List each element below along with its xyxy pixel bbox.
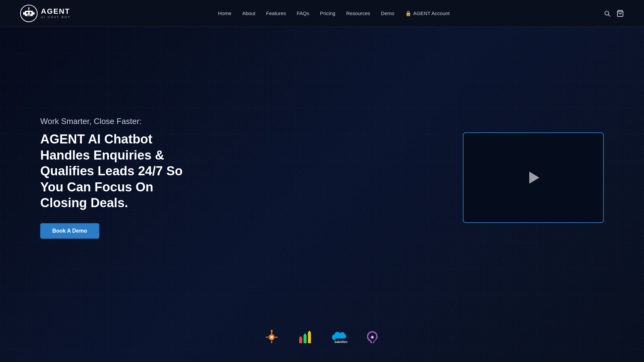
svg-rect-3 xyxy=(26,12,28,14)
svg-rect-17 xyxy=(271,341,272,343)
logo-brand: AGENT xyxy=(41,7,71,15)
svg-rect-8 xyxy=(23,12,25,15)
nav-account-link[interactable]: 🔒 AGENT Account xyxy=(405,10,450,16)
hubspot-icon xyxy=(263,328,280,346)
nav-links: Home About Features FAQs Pricing Resourc… xyxy=(218,10,449,16)
svg-line-11 xyxy=(608,14,610,16)
navbar: AGENT AI CHAT BOT Home About Features FA… xyxy=(0,0,644,27)
svg-marker-25 xyxy=(299,336,302,338)
cart-icon xyxy=(616,10,624,17)
cart-button[interactable] xyxy=(616,10,624,17)
svg-rect-24 xyxy=(308,333,311,343)
nav-item-features[interactable]: Features xyxy=(266,10,286,16)
svg-point-7 xyxy=(28,7,30,9)
nav-item-pricing[interactable]: Pricing xyxy=(320,10,335,16)
nav-item-resources[interactable]: Resources xyxy=(346,10,370,16)
hero-title: AGENT AI Chatbot Handles Enquiries & Qua… xyxy=(40,131,201,211)
svg-rect-5 xyxy=(27,15,31,15)
salesforce-icon: Salesforce xyxy=(330,328,347,346)
svg-rect-22 xyxy=(299,338,302,343)
svg-rect-18 xyxy=(266,337,268,338)
svg-marker-26 xyxy=(304,333,307,335)
hero-section: Work Smarter, Close Faster: AGENT AI Cha… xyxy=(0,0,644,362)
video-preview[interactable] xyxy=(463,132,604,223)
nav-item-home[interactable]: Home xyxy=(218,10,231,16)
search-icon xyxy=(604,10,610,17)
svg-rect-4 xyxy=(30,12,32,14)
hero-left: Work Smarter, Close Faster: AGENT AI Cha… xyxy=(40,117,201,239)
integrations-bar: Salesforce xyxy=(0,322,644,362)
lock-icon: 🔒 xyxy=(405,10,412,16)
nav-utility-icons xyxy=(604,10,624,17)
logo-text: AGENT AI CHAT BOT xyxy=(41,7,71,19)
logo-sub: AI CHAT BOT xyxy=(41,16,71,19)
nav-item-faqs[interactable]: FAQs xyxy=(297,10,310,16)
nav-item-demo[interactable]: Demo xyxy=(381,10,394,16)
svg-point-20 xyxy=(271,330,273,332)
signal-icon xyxy=(364,328,381,346)
logo-link[interactable]: AGENT AI CHAT BOT xyxy=(20,5,71,22)
logo-icon xyxy=(20,5,38,22)
svg-marker-27 xyxy=(308,330,311,333)
svg-point-15 xyxy=(271,336,273,339)
play-icon xyxy=(529,172,539,184)
nav-item-about[interactable]: About xyxy=(242,10,255,16)
hero-content: Work Smarter, Close Faster: AGENT AI Cha… xyxy=(0,27,644,322)
book-demo-button[interactable]: Book A Demo xyxy=(40,223,99,239)
search-button[interactable] xyxy=(604,10,610,17)
analytics-icon xyxy=(297,328,314,346)
svg-rect-23 xyxy=(304,335,307,343)
svg-point-30 xyxy=(372,337,373,338)
svg-text:Salesforce: Salesforce xyxy=(334,340,347,344)
svg-rect-19 xyxy=(275,337,278,338)
svg-rect-9 xyxy=(33,12,35,15)
hero-subtitle: Work Smarter, Close Faster: xyxy=(40,117,201,126)
play-button[interactable] xyxy=(525,169,542,186)
